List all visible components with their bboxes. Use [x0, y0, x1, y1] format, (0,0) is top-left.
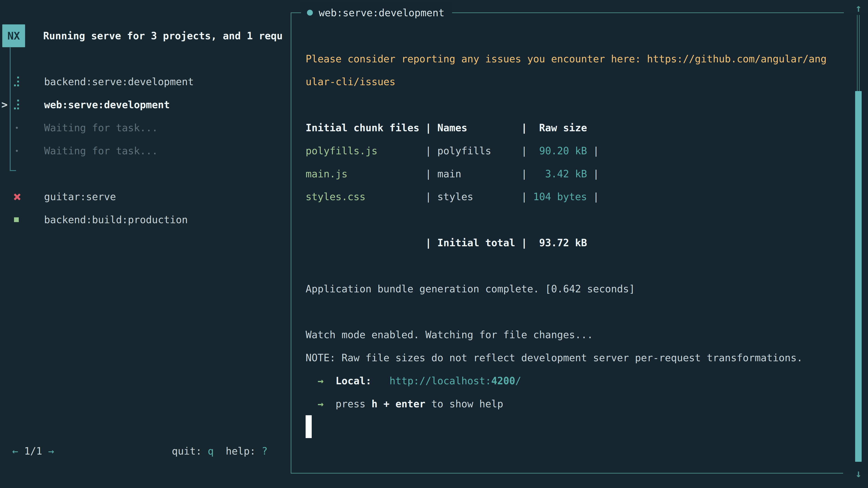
- panel-border-left: [291, 12, 291, 474]
- initial-total-row: | Initial total | 93.72 kB: [306, 231, 587, 254]
- note-line: NOTE: Raw file sizes do not reflect deve…: [306, 346, 803, 369]
- waiting-dot-icon: [16, 150, 18, 152]
- issues-notice-line1: Please consider reporting any issues you…: [306, 47, 827, 70]
- quit-label: quit:: [172, 445, 208, 457]
- task-row-waiting-1[interactable]: Waiting for task...: [0, 116, 291, 139]
- page-prev-arrow-icon[interactable]: ←: [12, 445, 18, 457]
- nx-tui-screen: NX Running serve for 3 projects, and 1 r…: [0, 0, 868, 488]
- failed-x-icon: [13, 193, 21, 200]
- task-row-backend-serve[interactable]: backend:serve:development: [0, 70, 291, 93]
- local-label: Local:: [336, 375, 371, 387]
- task-label: Waiting for task...: [44, 145, 158, 157]
- chunk-name: | polyfills |: [377, 145, 539, 157]
- quit-key: q: [208, 445, 214, 457]
- scroll-down-arrow-icon[interactable]: ↓: [852, 465, 865, 482]
- task-label: backend:serve:development: [44, 76, 194, 88]
- pagination: ← 1/1 →: [12, 440, 54, 462]
- chunk-file: styles.css: [306, 191, 366, 202]
- chunk-row-tail: |: [587, 168, 599, 180]
- success-square-icon: [14, 217, 19, 222]
- waiting-dot-icon: [16, 127, 18, 129]
- task-label: Waiting for task...: [44, 122, 158, 133]
- panel-title: web:serve:development: [301, 1, 452, 24]
- chunk-name: | main |: [347, 168, 545, 180]
- chunk-table-header: Initial chunk files | Names | Raw size: [306, 116, 587, 139]
- task-row-waiting-2[interactable]: Waiting for task...: [0, 139, 291, 162]
- press-text: press: [336, 398, 371, 410]
- task-row-web-serve[interactable]: web:serve:development: [0, 93, 291, 116]
- indent: [306, 375, 318, 387]
- chunk-table-row: polyfills.js | polyfills | 90.20 kB |: [306, 139, 599, 162]
- local-url-line: → Local: http://localhost: 4200 /: [306, 369, 521, 392]
- chunk-row-tail: |: [587, 191, 599, 202]
- help-hint-line: → press h + enter to show help: [306, 392, 503, 415]
- spinner-icon: [14, 100, 19, 109]
- chunk-name: | styles |: [366, 191, 533, 202]
- help-label: help:: [214, 445, 261, 457]
- scrollbar-track[interactable]: [857, 15, 860, 91]
- task-label: backend:build:production: [44, 214, 188, 225]
- issues-notice-line2: ular-cli/issues: [306, 70, 395, 93]
- chunk-row-tail: |: [587, 145, 599, 157]
- terminal-cursor: [306, 415, 312, 438]
- sidebar-title: Running serve for 3 projects, and 1 requ: [43, 24, 334, 47]
- chunk-size: 90.20 kB: [539, 145, 587, 157]
- prompt-arrow-icon: →: [318, 398, 324, 410]
- local-url-port[interactable]: 4200: [491, 375, 515, 387]
- task-row-backend-build[interactable]: backend:build:production: [0, 208, 291, 231]
- panel-title-text: web:serve:development: [319, 7, 444, 19]
- task-row-guitar-serve[interactable]: guitar:serve: [0, 185, 291, 208]
- chunk-size: 104 bytes: [533, 191, 587, 202]
- gap: [371, 375, 389, 387]
- chunk-size: 3.42 kB: [545, 168, 587, 180]
- watch-mode-line: Watch mode enabled. Watching for file ch…: [306, 323, 593, 346]
- nx-logo-text: NX: [7, 30, 20, 42]
- page-next-arrow-icon[interactable]: →: [48, 445, 54, 457]
- task-label: web:serve:development: [44, 99, 170, 110]
- gap: [323, 375, 336, 387]
- help-key: ?: [261, 445, 268, 457]
- tree-guide-corner: [10, 170, 16, 171]
- page-indicator: 1/1: [18, 445, 48, 457]
- bundle-complete-line: Application bundle generation complete. …: [306, 277, 635, 300]
- chunk-table-row: main.js | main | 3.42 kB |: [306, 162, 599, 185]
- chunk-file: polyfills.js: [306, 145, 377, 157]
- keyboard-shortcuts: quit: q help: ?: [172, 440, 268, 462]
- prompt-arrow-icon: →: [318, 375, 324, 387]
- chunk-file: main.js: [306, 168, 347, 180]
- terminal-cursor-line: [306, 415, 312, 438]
- indent: [306, 398, 318, 410]
- chunk-table-row: styles.css | styles | 104 bytes |: [306, 185, 599, 208]
- task-label: guitar:serve: [44, 191, 116, 202]
- panel-border-bottom: [291, 473, 843, 474]
- press-text-suffix: to show help: [426, 398, 503, 410]
- local-url[interactable]: http://localhost:: [390, 375, 491, 387]
- local-url-slash[interactable]: /: [515, 375, 521, 387]
- nx-logo: NX: [2, 24, 25, 47]
- running-status-dot-icon: [307, 10, 313, 15]
- scroll-up-arrow-icon[interactable]: ↑: [852, 0, 865, 16]
- gap: [323, 398, 336, 410]
- press-keys: h + enter: [371, 398, 425, 410]
- spinner-icon: [14, 76, 19, 87]
- scrollbar-thumb[interactable]: [855, 91, 862, 462]
